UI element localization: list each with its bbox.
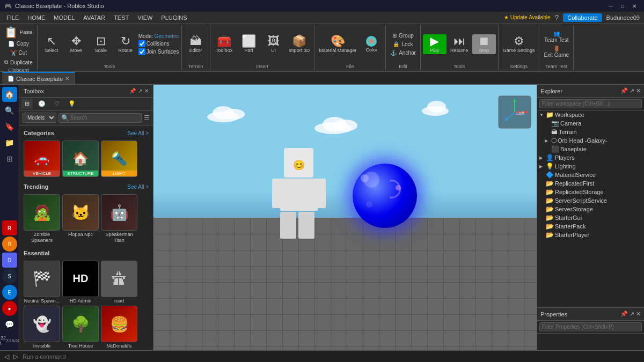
category-vehicle[interactable]: 🚗 VEHICLE [24, 141, 60, 177]
join-surfaces-checkbox[interactable] [138, 48, 145, 55]
status-left-icon[interactable]: ◁ [4, 353, 9, 360]
nav-red-icon[interactable]: ● [2, 301, 17, 316]
part-button[interactable]: ⬜ Part [237, 34, 261, 54]
nav-roblox-icon[interactable]: R [2, 220, 17, 235]
minimize-button[interactable]: ─ [605, 2, 616, 10]
nav-bookmark-icon[interactable]: 🔖 [2, 119, 17, 134]
menu-view[interactable]: VIEW [133, 13, 157, 22]
team-test-button[interactable]: 👥 Team Test [541, 29, 571, 44]
essential-tree-house[interactable]: 🌳 Tree House [62, 306, 99, 350]
toolbox-scroll[interactable]: Categories See All > 🚗 VEHICLE 🏠 STRUCTU… [19, 125, 153, 350]
models-dropdown[interactable]: Models [23, 113, 56, 123]
tab-close-button[interactable]: ✕ [65, 76, 69, 82]
paste-button[interactable]: 📋 Paste [2, 26, 35, 39]
group-button[interactable]: ⊞Group [388, 32, 418, 40]
nav-blender-icon[interactable]: B [2, 237, 17, 252]
category-light[interactable]: 🔦 LIGHT [101, 141, 137, 177]
explorer-close-icon[interactable]: ✕ [636, 87, 641, 94]
tree-workspace[interactable]: ▼ 📁 Workspace [537, 110, 644, 119]
ui-button[interactable]: 🖼 UI [262, 34, 286, 54]
essential-invisible-spawn[interactable]: 👻 Invisible Spawn... [24, 306, 60, 350]
toolbox-tab-heart[interactable]: ♡ [51, 99, 63, 109]
properties-filter-input[interactable] [539, 322, 642, 331]
toolbox-controls[interactable]: 📌 ↗ ✕ [129, 88, 149, 94]
menu-file[interactable]: FILE [2, 13, 23, 22]
essential-mcdonalds[interactable]: 🍔 McDonald's Restaurant [101, 306, 137, 350]
import3d-button[interactable]: 📦 Import 3D [287, 34, 312, 54]
toolbox-float-icon[interactable]: ↗ [138, 88, 142, 94]
nav-home-icon[interactable]: 🏠 [2, 87, 17, 102]
menu-home[interactable]: HOME [23, 13, 49, 22]
tree-material-service[interactable]: 🔷 MaterialService [537, 171, 644, 179]
update-available-label[interactable]: ★ Update Available [504, 14, 551, 20]
menu-avatar[interactable]: AVATAR [79, 13, 109, 22]
tree-terrain[interactable]: 🏔 Terrain [537, 128, 644, 136]
select-button[interactable]: ↖ Select [40, 34, 63, 54]
nav-steam-icon[interactable]: S [2, 269, 17, 284]
exit-game-button[interactable]: 🚪 Exit Game [541, 45, 571, 59]
duplicate-button[interactable]: ⧉Duplicate [2, 58, 35, 67]
properties-pin-icon[interactable]: 📌 [620, 311, 628, 317]
tree-server-storage[interactable]: 📂 ServerStorage [537, 205, 644, 213]
explorer-tree[interactable]: ▼ 📁 Workspace 📷 Camera 🏔 Terrain ▶ ⬡ Orb… [537, 110, 644, 307]
tree-replicated-storage[interactable]: 📂 ReplicatedStorage [537, 188, 644, 196]
essential-road[interactable]: 🛣 road [101, 261, 137, 304]
editor-button[interactable]: 🏔 Editor [184, 34, 208, 54]
explorer-filter-input[interactable] [539, 99, 642, 108]
tree-starter-player[interactable]: 📂 StarterPlayer [537, 231, 644, 239]
explorer-pin-icon[interactable]: 📌 [620, 87, 628, 94]
command-input[interactable] [23, 353, 640, 360]
tree-server-script-service[interactable]: 📂 ServerScriptService [537, 196, 644, 205]
toolbox-button[interactable]: 🧰 Toolbox [213, 34, 236, 54]
menu-model[interactable]: MODEL [49, 13, 79, 22]
game-settings-button[interactable]: ⚙ Game Settings [501, 34, 537, 54]
status-expand-icon[interactable]: ▷ [13, 353, 18, 360]
stop-button[interactable]: ⏹ Stop [472, 34, 496, 54]
toolbox-tab-clock[interactable]: 🕐 [35, 99, 49, 109]
resume-button[interactable]: ⏭ Resume [448, 34, 471, 54]
tree-camera[interactable]: 📷 Camera [537, 119, 644, 128]
tree-starter-pack[interactable]: 📂 StarterPack [537, 222, 644, 231]
help-icon[interactable]: ? [555, 13, 559, 22]
tree-lighting[interactable]: ▶ 💡 Lighting [537, 162, 644, 171]
tree-replicated-first[interactable]: 📂 ReplicatedFirst [537, 179, 644, 188]
collisions-checkbox[interactable] [138, 40, 145, 47]
trending-zombie[interactable]: 🧟 Zombie Spawners [24, 194, 60, 243]
toolbox-pin-icon[interactable]: 📌 [129, 88, 136, 94]
play-button[interactable]: ▶ Play [423, 34, 447, 54]
nav-chat-icon[interactable]: 💬 [2, 317, 17, 332]
properties-float-icon[interactable]: ↗ [630, 311, 634, 317]
categories-see-all[interactable]: See All > [127, 130, 149, 136]
properties-close-icon[interactable]: ✕ [636, 311, 641, 317]
copy-button[interactable]: 📄Copy [2, 40, 35, 48]
menu-plugins[interactable]: PLUGINS [157, 13, 191, 22]
material-manager-button[interactable]: 🎨 Material Manager [317, 34, 358, 54]
nav-edge-icon[interactable]: E [2, 285, 17, 300]
filter-icon[interactable]: ☰ [144, 114, 150, 122]
scale-button[interactable]: ⊡ Scale [89, 34, 113, 54]
nav-grid-icon[interactable]: ⊞ [2, 151, 17, 166]
trending-speakerman[interactable]: 🤖 Speakerman Titan [101, 194, 137, 243]
menu-test[interactable]: TEST [109, 13, 133, 22]
trending-see-all[interactable]: See All > [127, 184, 149, 190]
properties-controls[interactable]: 📌 ↗ ✕ [620, 311, 641, 317]
explorer-controls[interactable]: 📌 ↗ ✕ [620, 87, 641, 94]
nav-search-icon[interactable]: 🔍 [2, 103, 17, 118]
nav-discord-icon[interactable]: D [2, 253, 17, 268]
tree-players[interactable]: ▶ 👤 Players [537, 153, 644, 162]
explorer-float-icon[interactable]: ↗ [630, 87, 634, 94]
rotate-button[interactable]: ↻ Rotate [114, 34, 137, 54]
collaborate-button[interactable]: Collaborate [563, 13, 602, 22]
tab-classic-baseplate[interactable]: 📄 Classic Baseplate ✕ [2, 72, 75, 84]
window-controls[interactable]: ─ □ ✕ [605, 2, 640, 10]
tree-baseplate[interactable]: ⬛ Baseplate [537, 145, 644, 153]
maximize-button[interactable]: □ [617, 2, 628, 10]
search-input[interactable] [70, 115, 139, 121]
tree-starter-gui[interactable]: 📂 StarterGui [537, 213, 644, 222]
color-button[interactable]: Color [360, 35, 383, 54]
nav-folder-icon[interactable]: 📁 [2, 135, 17, 150]
toolbox-tab-bulb[interactable]: 💡 [65, 99, 79, 109]
close-button[interactable]: ✕ [629, 2, 640, 10]
essential-hd-admin[interactable]: HD HD Admin [62, 261, 99, 304]
trending-floppa[interactable]: 🐱 Floppa Npc [62, 194, 99, 243]
